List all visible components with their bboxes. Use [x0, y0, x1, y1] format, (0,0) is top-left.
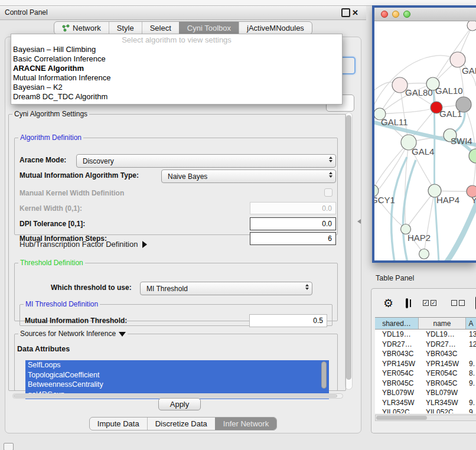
minimized-panel-icon[interactable]: [4, 443, 14, 450]
table-row[interactable]: YPR145WYPR145W9.: [375, 359, 476, 369]
control-panel-titlebar: Control Panel ✕: [0, 6, 366, 20]
expand-arrow-icon: [142, 241, 147, 248]
algorithm-popup-items: Bayesian – Hill ClimbingBasic Correlatio…: [11, 45, 342, 102]
table-cell: 12: [466, 340, 476, 350]
attributes-scrollbar[interactable]: [321, 361, 327, 397]
table-column-header[interactable]: name: [419, 318, 466, 329]
application-window: Control Panel ✕ NetworkStyleSelectCyni T…: [0, 0, 476, 450]
float-window-icon[interactable]: [341, 8, 350, 17]
table-body: YDL19…YDL19…13YDR27…YDR27…12YBR043CYBR04…: [375, 330, 476, 413]
table-row[interactable]: YBR043CYBR043C: [375, 349, 476, 359]
table-column-header[interactable]: A: [466, 318, 476, 329]
algorithm-popup-item[interactable]: Mutual Information Inference: [11, 73, 342, 83]
tab-style[interactable]: Style: [109, 22, 142, 34]
which-threshold-combo[interactable]: MI Threshold: [140, 282, 312, 295]
select-all-icon[interactable]: ✓✓: [421, 300, 436, 306]
close-icon[interactable]: ✕: [352, 6, 358, 19]
table-row[interactable]: YBL079WYBL079W: [375, 388, 476, 398]
table-cell: YBL079W: [419, 388, 466, 398]
mi-algorithm-type-combo[interactable]: Naive Bayes: [161, 169, 336, 183]
table-row[interactable]: YER054CYER054C8.: [375, 369, 476, 379]
apply-button[interactable]: Apply: [158, 398, 201, 410]
dpi-tolerance-field[interactable]: 0.0: [250, 217, 336, 230]
table-cell: YDL19…: [375, 330, 419, 340]
algorithm-popup-item[interactable]: Bayesian – K2: [11, 83, 342, 92]
table-header-row: shared…nameA: [375, 317, 476, 330]
deselect-all-icon[interactable]: [449, 300, 465, 306]
mi-threshold-group: MI Threshold Definition Mutual Informati…: [19, 300, 332, 326]
gear-icon[interactable]: ⚙: [383, 298, 393, 309]
algorithm-definition-title: Algorithm Definition: [18, 133, 83, 142]
tab-label: Network: [73, 24, 101, 32]
network-labels-layer: GALGAL80GAL10GAL1GAL11SWI4GAL4GCY1HAP4YH…: [374, 66, 476, 243]
tab-select[interactable]: Select: [142, 22, 179, 34]
table-cell: [466, 349, 476, 359]
table-cell: YBR045C: [419, 379, 466, 389]
table-cell: 9.: [466, 359, 476, 369]
table-cell: YDR27…: [375, 340, 419, 350]
sources-title: Sources for Network Inference: [18, 330, 128, 338]
tab-label: Cyni Toolbox: [187, 24, 231, 32]
node-label: GCY1: [374, 195, 395, 205]
combo-arrows-icon: [329, 156, 332, 162]
scrollbar-thumb[interactable]: [321, 361, 327, 389]
column-layout-icon[interactable]: [406, 298, 408, 308]
table-cell: YLR345W: [419, 398, 466, 408]
table-cell: YIL052C: [419, 407, 466, 413]
table-row[interactable]: YIL052CYIL052C9: [375, 407, 476, 413]
table-cell: 8.: [466, 369, 476, 379]
mi-threshold-field[interactable]: 0.5: [249, 314, 327, 327]
network-node[interactable]: [419, 249, 429, 259]
tab-network[interactable]: Network: [54, 22, 109, 34]
minimize-traffic-light-icon[interactable]: [392, 11, 399, 18]
scrollbar-thumb[interactable]: [14, 394, 337, 397]
which-threshold-value: MI Threshold: [146, 285, 188, 293]
table-column-header[interactable]: shared…: [375, 318, 419, 329]
table-cell: YBR045C: [375, 379, 419, 389]
table-toolbar: ⚙ ✓✓: [371, 292, 476, 314]
node-label: GAL11: [381, 117, 408, 127]
collapse-arrow-icon[interactable]: [119, 332, 126, 337]
bottom-tabbar: Impute DataDiscretize DataInfer Network: [0, 417, 366, 431]
table-horizontal-scrollbar[interactable]: [375, 415, 476, 421]
scrollbar-thumb[interactable]: [346, 115, 351, 380]
network-node[interactable]: [467, 21, 476, 31]
tab-discretize-data[interactable]: Discretize Data: [147, 418, 215, 430]
attribute-list-item[interactable]: BetweennessCentrality: [25, 380, 329, 390]
tab-impute-data[interactable]: Impute Data: [90, 418, 147, 430]
aracne-mode-combo[interactable]: Discovery: [76, 154, 336, 168]
tab-jactivemnodules[interactable]: jActiveMNodules: [239, 22, 312, 34]
checked-box-icon: ✓: [423, 300, 429, 306]
table-cell: YDL19…: [419, 330, 466, 340]
kernel-width-field[interactable]: 0.0: [250, 202, 336, 214]
data-attributes-label: Data Attributes: [17, 345, 70, 353]
close-traffic-light-icon[interactable]: [381, 11, 388, 18]
dpi-tolerance-label: DPI Tolerance [0,1]:: [19, 220, 85, 228]
table-row[interactable]: YDL19…YDL19…13: [375, 330, 476, 340]
table-row[interactable]: YDR27…YDR27…12: [375, 340, 476, 350]
network-canvas[interactable]: GALGAL80GAL10GAL1GAL11SWI4GAL4GCY1HAP4YH…: [374, 21, 476, 260]
mi-steps-field[interactable]: 6: [250, 232, 336, 245]
table-row[interactable]: YLR345WYLR345W9.: [375, 398, 476, 408]
table-cell: 13: [466, 330, 476, 340]
panel-splitter-handle[interactable]: [357, 219, 361, 224]
which-threshold-label: Which threshold to use:: [51, 283, 132, 292]
zoom-traffic-light-icon[interactable]: [403, 11, 410, 18]
tab-infer-network[interactable]: Infer Network: [215, 418, 276, 430]
tab-label: Infer Network: [223, 419, 269, 428]
algorithm-popup-item[interactable]: Bayesian – Hill Climbing: [11, 45, 342, 54]
attribute-list-item[interactable]: SelfLoops: [25, 360, 329, 370]
tab-cyni-toolbox[interactable]: Cyni Toolbox: [179, 22, 239, 34]
algorithm-popup-item[interactable]: Dream8 DC_TDC Algorithm: [11, 92, 342, 102]
algorithm-popup-item[interactable]: ARACNE Algorithm: [11, 64, 342, 73]
hub-definition-expander[interactable]: Hub/Transcription Factor Definition: [19, 240, 147, 249]
algorithm-popup: Select algorithm to view settings Bayesi…: [11, 34, 343, 105]
algorithm-popup-item[interactable]: Basic Correlation Inference: [11, 54, 342, 64]
network-icon: [62, 24, 70, 32]
table-row[interactable]: YBR045CYBR045C9.: [375, 379, 476, 389]
scrollbar-thumb[interactable]: [376, 416, 427, 420]
mi-algorithm-type-label: Mutual Information Algorithm Type:: [19, 171, 139, 180]
manual-kernel-width-checkbox[interactable]: [324, 188, 332, 197]
node-label: SWI4: [451, 136, 472, 146]
attribute-list-item[interactable]: TopologicalCoefficient: [25, 370, 329, 380]
